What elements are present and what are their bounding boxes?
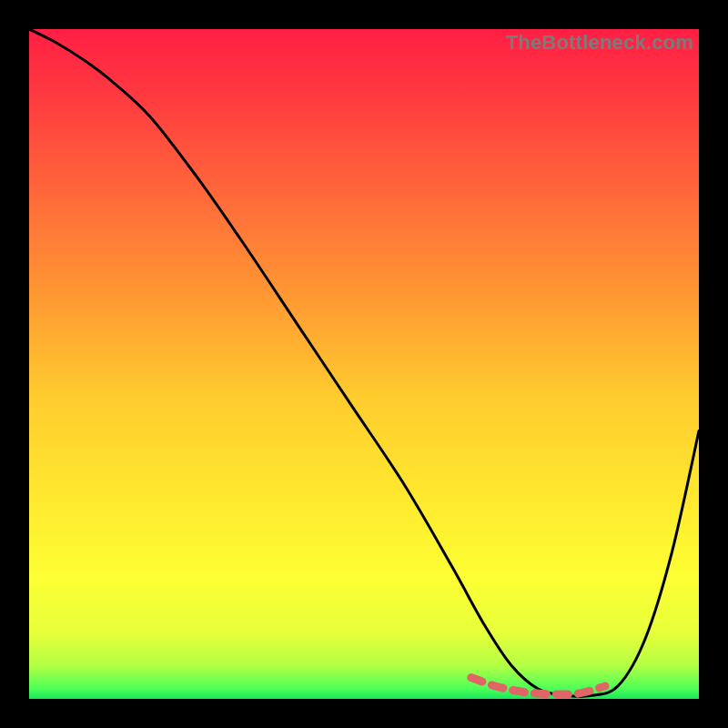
plot-area: TheBottleneck.com [29,29,699,699]
watermark-text: TheBottleneck.com [506,31,693,55]
chart-stage: TheBottleneck.com [0,0,728,728]
curve-layer [29,29,699,699]
main-curve [29,29,699,696]
highlight-segment [471,677,605,694]
